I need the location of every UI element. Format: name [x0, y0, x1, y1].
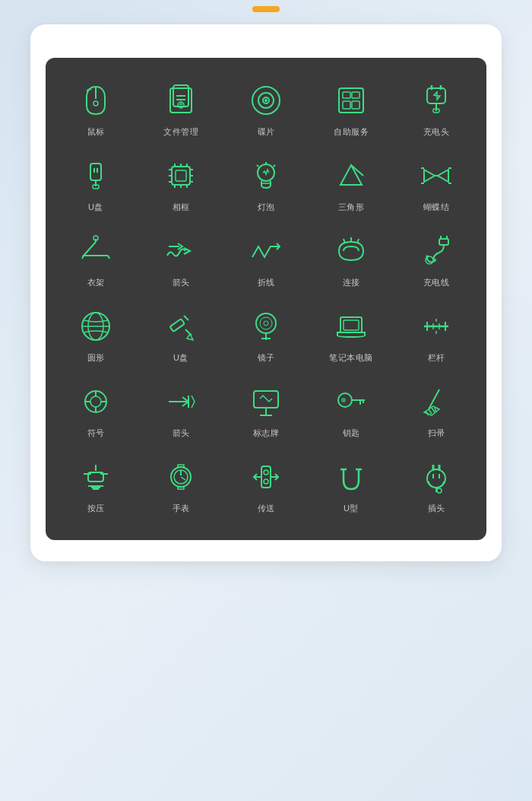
icon-cell-pen: U盘: [138, 299, 223, 374]
svg-rect-24: [172, 167, 190, 185]
icon-label-arrow-wave: 箭头: [173, 277, 190, 288]
icon-cell-signboard: 标志牌: [223, 374, 309, 450]
icon-label-charger-head: 充电头: [423, 126, 450, 138]
icon-cell-key: 钥匙: [309, 374, 394, 450]
icon-label-zigzag: 折线: [258, 277, 275, 288]
svg-point-1: [93, 101, 98, 106]
icon-cell-charger-head: 充电头: [394, 73, 479, 148]
icon-label-arrow2: 箭头: [173, 428, 190, 439]
icon-cell-bulb: 灯泡: [223, 148, 309, 224]
icon-cell-mouse: 鼠标: [53, 73, 138, 148]
icon-label-symbol: 符号: [87, 428, 105, 439]
svg-rect-15: [352, 101, 359, 109]
svg-rect-14: [343, 101, 350, 109]
svg-line-42: [274, 165, 275, 167]
icon-cell-ushape: U型: [309, 450, 394, 525]
svg-marker-46: [438, 170, 448, 182]
svg-point-114: [264, 479, 268, 484]
press-icon: [76, 457, 116, 497]
svg-rect-13: [352, 92, 359, 98]
cpu-icon: [161, 156, 201, 195]
icon-cell-mirror: 镜子: [223, 299, 309, 374]
svg-rect-62: [170, 319, 185, 332]
icon-label-barrier: 栏杆: [428, 352, 445, 364]
icon-label-self-service: 自助服务: [334, 126, 369, 138]
icon-cell-broom: 扫帚: [394, 374, 479, 450]
icon-label-ushape: U型: [344, 503, 359, 514]
icon-panel: 鼠标 文件管理 碟片 自助服务 充电头 U盘: [46, 58, 486, 540]
transfer-icon: [246, 457, 286, 497]
mouse-icon: [76, 81, 116, 120]
svg-rect-23: [93, 185, 99, 189]
broom-icon: [416, 382, 456, 421]
svg-marker-43: [340, 165, 362, 185]
icon-cell-cpu: 相框: [138, 148, 223, 224]
icon-label-hanger: 衣架: [87, 277, 105, 288]
icon-cell-watch: 手表: [138, 450, 223, 525]
plug-icon: [416, 457, 456, 497]
icon-label-plug: 插头: [428, 503, 445, 514]
card: 鼠标 文件管理 碟片 自助服务 充电头 U盘: [30, 24, 502, 561]
triangle-icon: [331, 156, 371, 195]
icon-cell-charge-cable: 充电线: [394, 224, 479, 299]
svg-point-10: [264, 99, 268, 102]
icon-label-cpu: 相框: [173, 202, 190, 213]
barrier-icon: [416, 307, 456, 346]
arrow-wave-icon: [161, 231, 201, 271]
icon-label-bulb: 灯泡: [258, 202, 275, 213]
icon-cell-udisk: U盘: [53, 148, 138, 224]
svg-point-65: [260, 317, 272, 329]
connect-icon: [331, 231, 371, 271]
self-service-icon: [331, 81, 371, 120]
hanger-icon: [76, 231, 116, 271]
charger-head-icon: [416, 81, 456, 120]
svg-point-68: [264, 321, 268, 326]
icon-label-watch: 手表: [173, 503, 190, 514]
svg-line-63: [184, 316, 188, 320]
icon-label-file-manage: 文件管理: [163, 126, 198, 138]
svg-rect-20: [90, 164, 101, 180]
bowtie-icon: [416, 156, 456, 195]
signboard-icon: [246, 382, 286, 421]
svg-marker-45: [424, 170, 435, 182]
icon-cell-barrier: 栏杆: [394, 299, 479, 374]
charge-cable-icon: [416, 231, 456, 271]
svg-point-122: [437, 488, 442, 493]
icon-label-key: 钥匙: [343, 428, 360, 439]
svg-line-96: [429, 409, 432, 414]
mirror-icon: [246, 307, 286, 346]
globe-icon: [76, 307, 116, 346]
icon-cell-press: 按压: [53, 450, 138, 525]
icon-cell-transfer: 传送: [223, 450, 309, 525]
watch-icon: [161, 457, 201, 497]
icon-label-bowtie: 蝴蝶结: [423, 202, 450, 213]
svg-rect-25: [176, 170, 186, 181]
icon-cell-zigzag: 折线: [223, 224, 309, 299]
icon-cell-connect: 连接: [309, 224, 394, 299]
icon-label-udisk: U盘: [88, 202, 103, 213]
svg-line-109: [181, 477, 185, 480]
svg-rect-110: [261, 466, 271, 488]
svg-line-50: [108, 256, 109, 259]
svg-rect-55: [439, 239, 448, 245]
svg-rect-12: [343, 92, 350, 98]
icon-label-signboard: 标志牌: [253, 428, 280, 439]
icon-label-mouse: 鼠标: [87, 126, 105, 138]
file-manage-icon: [161, 81, 201, 120]
svg-point-93: [341, 398, 346, 402]
pen-icon: [161, 307, 201, 346]
ushape-icon: [331, 457, 371, 497]
icon-cell-triangle: 三角形: [309, 148, 394, 224]
top-badge: [252, 6, 280, 12]
svg-point-64: [256, 313, 276, 333]
icon-label-charge-cable: 充电线: [423, 277, 450, 288]
udisk-icon: [76, 156, 116, 195]
icon-label-connect: 连接: [343, 277, 360, 288]
icon-cell-symbol: 符号: [53, 374, 138, 450]
icon-label-pen: U盘: [173, 352, 188, 364]
svg-rect-70: [344, 320, 359, 330]
icon-label-transfer: 传送: [258, 503, 275, 514]
icon-cell-globe: 圆形: [53, 299, 138, 374]
icon-label-broom: 扫帚: [428, 428, 445, 439]
arrow2-icon: [161, 382, 201, 421]
